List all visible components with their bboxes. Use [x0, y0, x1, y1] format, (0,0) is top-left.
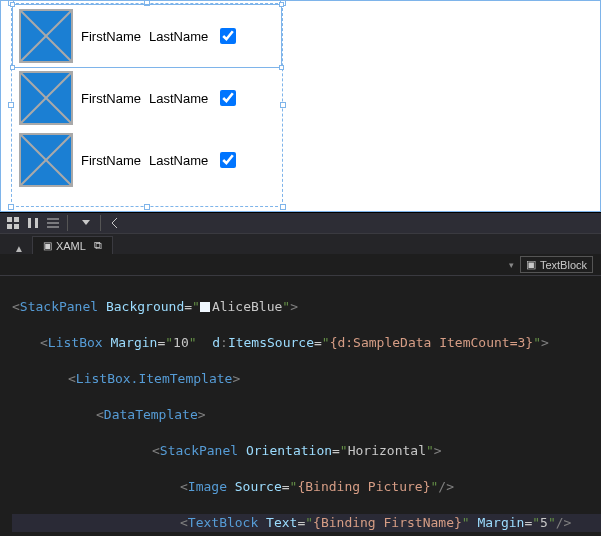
svg-rect-10 [28, 218, 31, 228]
designer-surface[interactable]: FirstName LastName FirstName LastName Fi… [0, 0, 601, 212]
lastname-text: LastName [149, 153, 208, 168]
textblock-icon: ▣ [526, 258, 536, 271]
listbox-item[interactable]: FirstName LastName [13, 67, 281, 129]
expand-pane-icon[interactable]: ▲ [14, 243, 24, 254]
breadcrumb-chevron-icon[interactable]: ▾ [509, 260, 514, 270]
firstname-text: FirstName [81, 153, 141, 168]
firstname-text: FirstName [81, 91, 141, 106]
item-checkbox[interactable] [216, 25, 239, 47]
breadcrumb-bar: ▾ ▣ TextBlock [0, 254, 601, 276]
svg-rect-8 [7, 224, 12, 229]
snap-lines-icon[interactable] [44, 214, 62, 232]
item-checkbox[interactable] [216, 87, 239, 109]
lastname-text: LastName [149, 91, 208, 106]
tab-label: XAML [56, 240, 86, 252]
resize-handle[interactable] [280, 204, 286, 210]
firstname-text: FirstName [81, 29, 141, 44]
pane-tabbar: ▲ ▣ XAML ⧉ [0, 234, 601, 254]
designer-toolbar [0, 212, 601, 234]
code-editor[interactable]: <StackPanel Background="AliceBlue"> <Lis… [0, 276, 601, 536]
svg-rect-9 [14, 224, 19, 229]
placeholder-image-icon [19, 71, 73, 125]
resize-handle[interactable] [280, 102, 286, 108]
zoom-dropdown-icon[interactable] [77, 214, 95, 232]
placeholder-image-icon [19, 9, 73, 63]
xaml-tab-icon: ▣ [43, 240, 52, 251]
resize-handle[interactable] [8, 102, 14, 108]
svg-rect-7 [14, 217, 19, 222]
listbox-item[interactable]: FirstName LastName [13, 129, 281, 191]
resize-handle[interactable] [8, 204, 14, 210]
item-checkbox[interactable] [216, 149, 239, 171]
listbox-item[interactable]: FirstName LastName [13, 5, 281, 67]
svg-rect-6 [7, 217, 12, 222]
snap-vertical-icon[interactable] [24, 214, 42, 232]
scroll-left-icon[interactable] [106, 214, 124, 232]
tab-xaml[interactable]: ▣ XAML ⧉ [32, 236, 113, 254]
placeholder-image-icon [19, 133, 73, 187]
grid-icon[interactable] [4, 214, 22, 232]
listbox-selection[interactable]: FirstName LastName FirstName LastName Fi… [11, 3, 283, 207]
lastname-text: LastName [149, 29, 208, 44]
svg-rect-11 [35, 218, 38, 228]
resize-handle[interactable] [144, 204, 150, 210]
popout-icon[interactable]: ⧉ [94, 239, 102, 252]
breadcrumb-label: TextBlock [540, 259, 587, 271]
breadcrumb-item[interactable]: ▣ TextBlock [520, 256, 593, 273]
